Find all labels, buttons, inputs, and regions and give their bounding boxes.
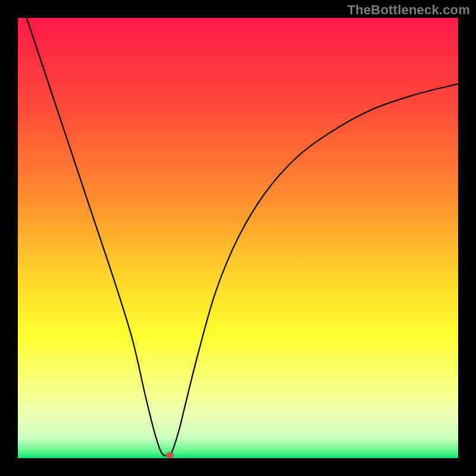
chart-frame: TheBottleneck.com bbox=[0, 0, 476, 476]
curve-layer bbox=[18, 18, 458, 458]
bottleneck-curve bbox=[27, 18, 458, 456]
plot-area bbox=[18, 18, 458, 458]
watermark-text: TheBottleneck.com bbox=[347, 2, 470, 18]
minimum-marker bbox=[165, 452, 174, 458]
